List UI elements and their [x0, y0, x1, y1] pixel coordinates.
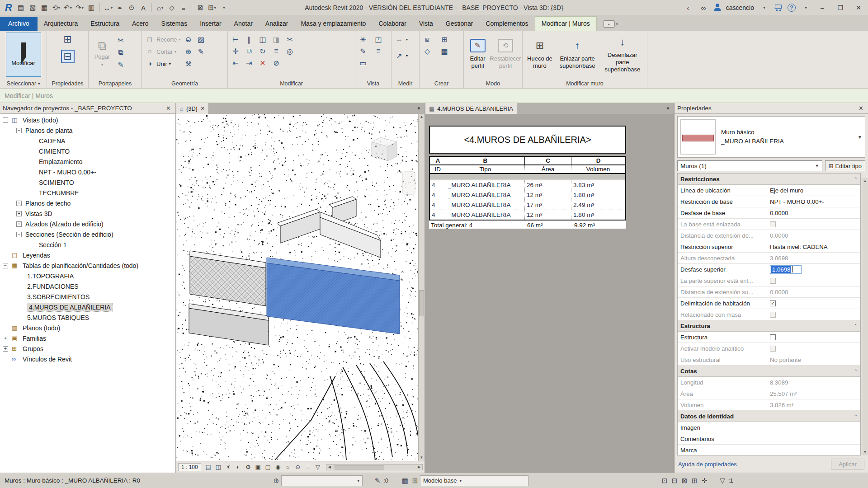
- element-filter-combo[interactable]: Muros (1) ▼: [677, 160, 822, 171]
- close-icon[interactable]: ✕: [164, 105, 173, 112]
- copy-element-icon[interactable]: ⧉: [244, 46, 254, 56]
- viewport-vertical-scrollbar[interactable]: ▲ ▼: [418, 114, 425, 461]
- property-row[interactable]: Marca: [678, 445, 860, 455]
- user-menu-arrow-icon[interactable]: ▾: [759, 2, 769, 14]
- property-row[interactable]: Altura desconectada3.0698: [678, 253, 860, 264]
- unir-button[interactable]: ◑Unir▾: [145, 59, 171, 69]
- cortar-button[interactable]: ○Cortar▾: [145, 47, 176, 56]
- tab-arquitectura[interactable]: Arquitectura: [38, 17, 84, 31]
- modificar-button[interactable]: Modificar: [6, 33, 41, 77]
- select-underlay-elements-icon[interactable]: ⊟: [670, 476, 679, 486]
- expand-icon[interactable]: +: [16, 221, 22, 227]
- tree-item[interactable]: +Planos de techo: [0, 198, 175, 208]
- property-row[interactable]: Desfase de base0.0000: [678, 207, 860, 219]
- worksets-icon[interactable]: ⊕: [271, 476, 281, 486]
- view-scale[interactable]: 1 : 100: [178, 463, 201, 471]
- create-group-icon[interactable]: ⧈: [422, 34, 432, 44]
- tab-complementos[interactable]: Complementos: [479, 17, 534, 31]
- tree-item[interactable]: SCIMIENTO: [0, 177, 175, 188]
- property-row[interactable]: Imagen: [678, 422, 860, 433]
- beam-system-icon[interactable]: ⊕: [184, 47, 193, 56]
- scroll-left-icon[interactable]: ◀: [326, 465, 333, 469]
- customize-icon[interactable]: ▾: [218, 2, 229, 14]
- expand-icon[interactable]: +: [16, 201, 22, 206]
- tab-masa-emplazamiento[interactable]: Masa y emplazamiento: [294, 17, 372, 31]
- cut-icon[interactable]: ✂: [116, 35, 126, 45]
- save-icon[interactable]: ▦: [39, 2, 50, 14]
- close-hidden-windows-icon[interactable]: ⊠: [195, 2, 206, 14]
- worksharing-display-icon[interactable]: ≡: [303, 463, 312, 472]
- mirror-pick-axis-icon[interactable]: ◫: [258, 34, 268, 44]
- pin-icon[interactable]: ◎: [285, 46, 295, 56]
- select-links-icon[interactable]: ⊡: [660, 476, 670, 486]
- visual-style-icon[interactable]: ◫: [214, 463, 223, 472]
- editar-perfil-button[interactable]: ✎ Editar perfil: [467, 33, 489, 76]
- property-row[interactable]: Área25.507 m²: [678, 388, 860, 399]
- unpin-icon[interactable]: ⊘: [271, 58, 281, 68]
- table-row[interactable]: 4_MURO ALBAÑILERIA12 m²1.80 m³: [430, 210, 625, 220]
- group-header[interactable]: Cotas⌃: [678, 366, 860, 377]
- print-icon[interactable]: ▥: [86, 2, 97, 14]
- tree-item[interactable]: −◫Vistas (todo): [0, 115, 175, 125]
- analytical-model-icon[interactable]: ▽: [313, 463, 322, 472]
- collapse-icon[interactable]: −: [16, 128, 22, 133]
- design-options-icon[interactable]: ▦: [400, 476, 410, 486]
- pegar-button[interactable]: ⧉ Pegar ▾: [91, 33, 113, 75]
- value-edit-field[interactable]: 1.0698: [770, 265, 802, 274]
- tab-vista[interactable]: Vista: [413, 17, 439, 31]
- scale-icon[interactable]: ⇥: [244, 58, 254, 68]
- switch-windows-icon[interactable]: ⊞▾: [207, 2, 217, 14]
- help-menu-arrow-icon[interactable]: ▾: [800, 2, 811, 14]
- schedule-tab[interactable]: ▦ 4.MUROS DE ALBAÑILERIA: [425, 103, 517, 114]
- reveal-hidden-elements-icon[interactable]: ☼: [283, 463, 292, 472]
- tab-estructura[interactable]: Estructura: [84, 17, 126, 31]
- locked-3d-view-icon[interactable]: ⊙: [293, 463, 302, 472]
- tree-item[interactable]: 2.FUNDACIONES: [0, 281, 175, 291]
- property-row[interactable]: Restricción de baseNPT - MURO 0.00+-: [678, 196, 860, 207]
- detail-level-icon[interactable]: ▤: [204, 463, 213, 472]
- tree-item[interactable]: Sección 1: [0, 239, 175, 250]
- close-view-icon[interactable]: ✕: [200, 105, 205, 112]
- override-graphics-icon[interactable]: ✎: [358, 46, 368, 56]
- render-icon[interactable]: ⚙: [244, 463, 253, 472]
- tree-item[interactable]: ▥Planos (todo): [0, 323, 175, 333]
- tree-item[interactable]: +⊞Grupos: [0, 343, 175, 354]
- property-row[interactable]: Delimitación de habitación✓: [678, 298, 860, 309]
- paint-icon[interactable]: ▨: [196, 34, 206, 44]
- group-header[interactable]: Restricciones⌃: [678, 174, 860, 185]
- model-canvas[interactable]: ▲ ▼: [176, 114, 425, 461]
- delete-icon[interactable]: ✕: [258, 58, 268, 68]
- light-icon[interactable]: ☀: [358, 34, 368, 44]
- tree-item[interactable]: TECHUMBRE: [0, 188, 175, 198]
- undo-icon[interactable]: ↶▾: [62, 2, 73, 14]
- tree-item[interactable]: +Alzados (Alzado de edificio): [0, 219, 175, 229]
- properties-header[interactable]: Propiedades ✕: [675, 103, 868, 114]
- properties-scrollbar[interactable]: ▲ ▼: [862, 178, 868, 455]
- tree-item[interactable]: NPT - MURO 0.00+-: [0, 167, 175, 177]
- property-row[interactable]: Distancia de extensión de...0.0000: [678, 230, 860, 241]
- view-tab-list-icon[interactable]: ▼: [413, 106, 425, 111]
- design-options-grid-icon[interactable]: ⊞: [410, 476, 420, 486]
- filter-icon[interactable]: ▽: [717, 476, 727, 486]
- checkbox-unchecked[interactable]: [770, 334, 776, 340]
- tree-item[interactable]: −▦Tablas de planificación/Cantidades (to…: [0, 260, 175, 271]
- tab-sistemas[interactable]: Sistemas: [155, 17, 194, 31]
- property-row[interactable]: Línea de ubicaciónEje del muro: [678, 185, 860, 196]
- match-properties-icon[interactable]: ✎: [116, 60, 126, 70]
- drag-on-selection-icon[interactable]: ✛: [699, 476, 709, 486]
- modify-icon[interactable]: ▤: [15, 2, 26, 14]
- scroll-right-icon[interactable]: ▶: [416, 465, 422, 469]
- scroll-down-icon[interactable]: ▼: [419, 455, 425, 461]
- apply-button[interactable]: Aplicar: [831, 459, 864, 469]
- scrollbar-thumb[interactable]: [335, 465, 384, 469]
- schedule-table[interactable]: <4.MUROS DE ALBAÑILERIA> ABCD IDTipoÁrea…: [429, 126, 626, 229]
- scrollbar-thumb[interactable]: [419, 290, 424, 316]
- tab-analizar[interactable]: Analizar: [259, 17, 295, 31]
- rotate-icon[interactable]: ↻: [258, 46, 268, 56]
- ribbon-display-toggle[interactable]: ▴▾: [603, 20, 618, 28]
- dimension-icon[interactable]: ≍: [114, 2, 125, 14]
- split-face-icon[interactable]: ✎: [196, 47, 206, 56]
- property-row[interactable]: Longitud8.3089: [678, 377, 860, 388]
- help-icon[interactable]: ?: [788, 4, 796, 12]
- edit-type-button[interactable]: ⊞ Editar tipo: [825, 160, 865, 171]
